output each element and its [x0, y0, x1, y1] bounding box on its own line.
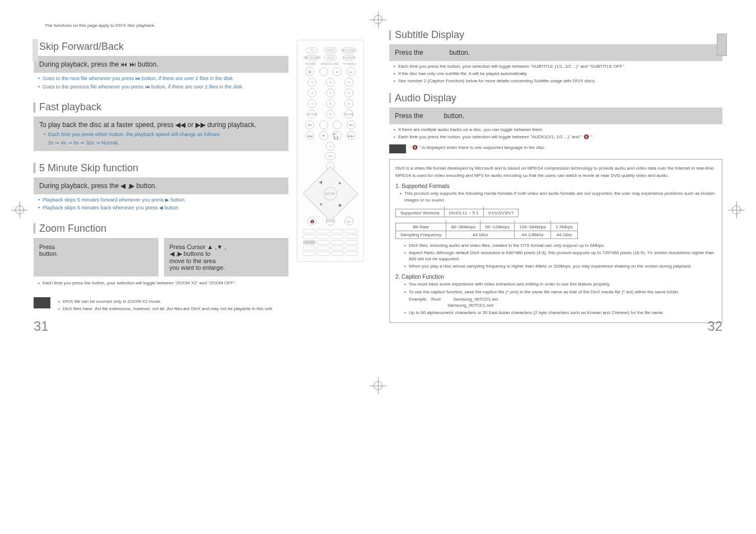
- audio-note-icon: [389, 144, 406, 153]
- zoom-title: Zoom Function: [34, 223, 288, 235]
- intro-text: The functions on this page apply to DIVX…: [45, 22, 367, 29]
- page-right: Subtitle Display Press the button. Each …: [389, 22, 722, 323]
- divx-p2: MPEG4 is used for video encoding and MP3…: [395, 172, 716, 179]
- fast-bullets: Each time you press either button, the p…: [39, 131, 283, 138]
- subtitle-title: Subtitle Display: [389, 29, 722, 41]
- divx-s1: This product only supports the following…: [400, 190, 716, 203]
- crop-mark-top: [370, 11, 386, 28]
- fivemin-bullets: Playback skips 5 minutes forward wheneve…: [34, 196, 288, 212]
- right-tab: [717, 34, 727, 56]
- skip-heading: During playback, press the ⏮ ⏭ button.: [34, 56, 288, 73]
- skip-title: Skip Forward/Back: [34, 41, 288, 53]
- audio-note: " 🔇 " is displayed when there is one sup…: [389, 144, 722, 153]
- fast-title: Fast playback: [34, 101, 288, 113]
- zoom-note: Each time you press the button, your sel…: [34, 280, 288, 286]
- left-side-tab: [32, 39, 38, 62]
- subtitle-bullets: Each time you press the button, your sel…: [389, 63, 722, 85]
- crop-mark-left: [11, 202, 28, 218]
- page-number-right: 32: [707, 318, 722, 334]
- divx-info-box: DivX is a video file format developed by…: [389, 159, 722, 323]
- divx-ex2: Samsung_007CD1.smi: [395, 302, 716, 308]
- zoom-box-1: Press button.: [34, 238, 158, 277]
- zoom-box-2: Press Cursor ▲ ,▼ , ◀ ,▶ buttons to move…: [164, 238, 289, 277]
- fivemin-heading: During playback, press the ◀ ,▶ button.: [34, 177, 288, 194]
- left-footnote: DIVX file can be zoomed only in ZOOM X2 …: [34, 297, 288, 313]
- crop-mark-right: [728, 202, 745, 218]
- caption-bullet-3: Up to 60 alphanumeric characters or 30 E…: [395, 310, 716, 316]
- zoom-boxes: Press button. Press Cursor ▲ ,▼ , ◀ ,▶ b…: [34, 238, 288, 277]
- skip-bullets: Goes to the next file whenever you press…: [34, 75, 288, 90]
- crop-mark-bottom: [370, 377, 386, 394]
- audio-title: Audio Display: [389, 92, 722, 104]
- subtitle-press: Press the button.: [389, 44, 722, 61]
- caption-bullets: You must have some experience with video…: [395, 281, 716, 294]
- note-icon: [34, 297, 50, 308]
- supported-versions-table: Supported Versions DivX3.11 ~ 5.1 V1/V2/…: [395, 207, 519, 217]
- fast-box: To play back the disc at a faster speed,…: [34, 116, 288, 151]
- divx-support-bullets: DivX files, including audio and video fi…: [395, 242, 716, 270]
- divx-h2: 2. Caption Function: [395, 274, 716, 280]
- divx-h1: 1. Supported Formats: [395, 183, 716, 189]
- page-left: The functions on this page apply to DIVX…: [34, 22, 367, 323]
- page-number-left: 31: [34, 318, 49, 334]
- fivemin-title: 5 Minute Skip function: [34, 162, 288, 174]
- audio-bullets: If there are multiple audio tracks on a …: [389, 127, 722, 140]
- remote-illustration: TVDVDTV/VIDEO RECEIVERAUXTUNER POWEROPEN…: [294, 34, 367, 317]
- bitrate-table: Bit Rate 80~384kbps 56~128kbps 128~384kb…: [395, 221, 578, 239]
- fast-speeds: 2x ➞ 4x ➞ 8x ➞ 32x ➞ Normal.: [39, 139, 283, 147]
- audio-press: Press the button.: [389, 107, 722, 124]
- divx-p1: DivX is a video file format developed by…: [395, 165, 716, 171]
- fast-heading: To play back the disc at a faster speed,…: [39, 121, 283, 129]
- divx-ex1: Example. Root Samsung_007CD1.avi: [395, 296, 716, 302]
